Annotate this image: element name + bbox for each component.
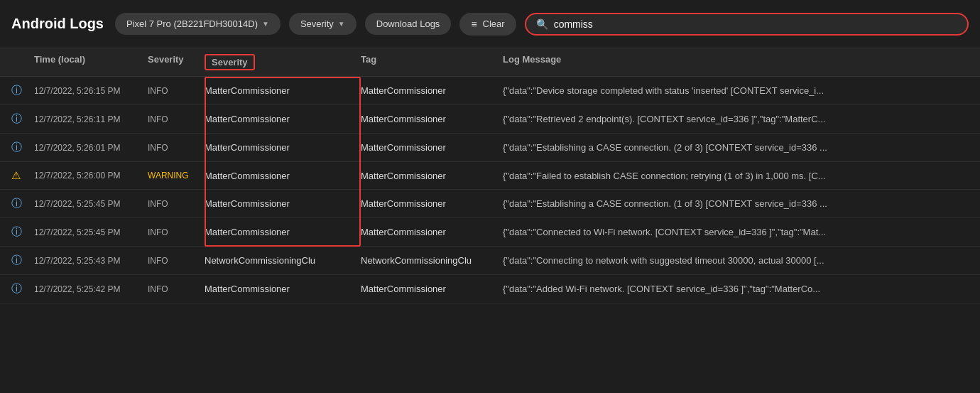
time-cell: 12/7/2022, 5:26:11 PM: [34, 114, 148, 124]
download-logs-button[interactable]: Download Logs: [365, 13, 452, 35]
time-cell: 12/7/2022, 5:25:45 PM: [34, 199, 148, 209]
time-cell: 12/7/2022, 5:25:42 PM: [34, 284, 148, 294]
tag-col-cell: MatterCommissioner: [205, 114, 361, 124]
tag-col-cell: MatterCommissioner: [205, 284, 361, 294]
log-message-cell: {"data":"Establishing a CASE connection.…: [503, 198, 969, 209]
log-message-cell: {"data":"Failed to establish CASE connec…: [503, 171, 969, 181]
tag-cell: MatterCommissioner: [361, 198, 503, 209]
log-message-cell: {"data":"Added Wi-Fi network. [CONTEXT s…: [503, 284, 969, 294]
severity-cell: INFO: [148, 256, 205, 266]
severity-cell: INFO: [148, 86, 205, 96]
table-body: ⓘ 12/7/2022, 5:26:15 PM INFO MatterCommi…: [0, 77, 980, 303]
tag-col-cell: NetworkCommissioningClu: [205, 255, 361, 266]
col-tag: Tag: [361, 54, 503, 70]
warning-icon: ⚠: [11, 169, 34, 182]
time-cell: 12/7/2022, 5:26:01 PM: [34, 143, 148, 153]
col-tag-severity: Severity: [205, 54, 361, 70]
severity-button[interactable]: Severity ▼: [289, 13, 356, 35]
info-icon: ⓘ: [11, 282, 34, 296]
log-table: Time (local) Severity Severity Tag Log M…: [0, 48, 980, 303]
time-cell: 12/7/2022, 5:26:00 PM: [34, 171, 148, 181]
list-icon: ≡: [471, 18, 477, 30]
table-row[interactable]: ⓘ 12/7/2022, 5:26:11 PM INFO MatterCommi…: [0, 105, 980, 134]
info-icon: ⓘ: [11, 225, 34, 239]
header: Android Logs Pixel 7 Pro (2B221FDH30014D…: [0, 0, 980, 48]
tag-col-cell: MatterCommissioner: [205, 85, 361, 96]
table-row[interactable]: ⓘ 12/7/2022, 5:25:45 PM INFO MatterCommi…: [0, 218, 980, 247]
info-icon: ⓘ: [11, 197, 34, 210]
table-row[interactable]: ⓘ 12/7/2022, 5:25:45 PM INFO MatterCommi…: [0, 190, 980, 218]
info-icon: ⓘ: [11, 112, 34, 126]
severity-cell: INFO: [148, 114, 205, 124]
tag-cell: MatterCommissioner: [361, 142, 503, 153]
log-message-cell: {"data":"Retrieved 2 endpoint(s). [CONTE…: [503, 114, 969, 124]
device-label: Pixel 7 Pro (2B221FDH30014D): [126, 18, 258, 29]
table-row[interactable]: ⓘ 12/7/2022, 5:26:01 PM INFO MatterCommi…: [0, 134, 980, 162]
col-time: Time (local): [34, 54, 148, 70]
tag-cell: MatterCommissioner: [361, 284, 503, 294]
info-icon: ⓘ: [11, 141, 34, 154]
time-cell: 12/7/2022, 5:26:15 PM: [34, 86, 148, 96]
log-message-cell: {"data":"Connecting to network with sugg…: [503, 255, 969, 266]
tag-cell: NetworkCommissioningClu: [361, 255, 503, 266]
severity-label: Severity: [300, 18, 334, 29]
severity-cell: INFO: [148, 143, 205, 153]
search-bar[interactable]: 🔍: [525, 13, 969, 36]
info-icon: ⓘ: [11, 254, 34, 267]
tag-cell: MatterCommissioner: [361, 171, 503, 181]
info-icon: ⓘ: [11, 84, 34, 97]
table-row[interactable]: ⓘ 12/7/2022, 5:25:42 PM INFO MatterCommi…: [0, 275, 980, 303]
log-message-cell: {"data":"Device storage completed with s…: [503, 85, 969, 96]
tag-cell: MatterCommissioner: [361, 114, 503, 124]
device-selector[interactable]: Pixel 7 Pro (2B221FDH30014D) ▼: [115, 13, 281, 35]
time-cell: 12/7/2022, 5:25:43 PM: [34, 256, 148, 266]
chevron-down-icon: ▼: [262, 20, 269, 28]
tag-cell: MatterCommissioner: [361, 227, 503, 237]
log-message-cell: {"data":"Connected to Wi-Fi network. [CO…: [503, 227, 969, 237]
download-logs-label: Download Logs: [376, 18, 440, 29]
time-cell: 12/7/2022, 5:25:45 PM: [34, 227, 148, 237]
col-icon: [11, 54, 34, 70]
severity-cell: INFO: [148, 284, 205, 294]
severity-cell: INFO: [148, 199, 205, 209]
table-row[interactable]: ⚠ 12/7/2022, 5:26:00 PM WARNING MatterCo…: [0, 162, 980, 190]
col-severity: Severity: [148, 54, 205, 70]
clear-label: Clear: [483, 18, 505, 29]
tag-col-cell: MatterCommissioner: [205, 227, 361, 237]
severity-cell: INFO: [148, 227, 205, 237]
table-header-row: Time (local) Severity Severity Tag Log M…: [0, 48, 980, 77]
tag-col-cell: MatterCommissioner: [205, 171, 361, 181]
log-message-cell: {"data":"Establishing a CASE connection.…: [503, 142, 969, 153]
col-message: Log Message: [503, 54, 969, 70]
app-title: Android Logs: [11, 16, 104, 32]
severity-cell: WARNING: [148, 171, 205, 181]
tag-cell: MatterCommissioner: [361, 85, 503, 96]
tag-col-cell: MatterCommissioner: [205, 142, 361, 153]
search-input[interactable]: [554, 18, 957, 30]
table-row[interactable]: ⓘ 12/7/2022, 5:26:15 PM INFO MatterCommi…: [0, 77, 980, 105]
chevron-down-icon: ▼: [338, 20, 345, 28]
table-row[interactable]: ⓘ 12/7/2022, 5:25:43 PM INFO NetworkComm…: [0, 247, 980, 275]
clear-button[interactable]: ≡ Clear: [459, 13, 516, 36]
tag-col-cell: MatterCommissioner: [205, 198, 361, 209]
search-icon: 🔍: [536, 18, 548, 30]
